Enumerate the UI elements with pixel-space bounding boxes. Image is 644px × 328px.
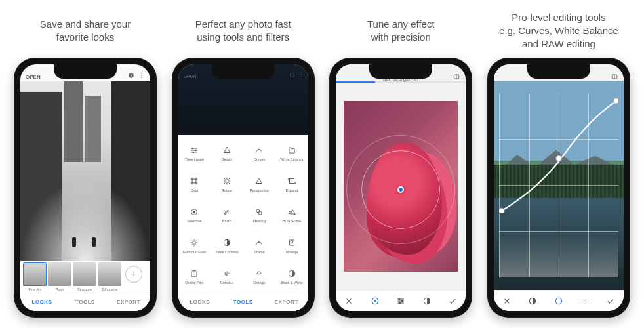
more-icon[interactable]: ⋮	[298, 72, 303, 79]
tool-rotate[interactable]: Rotate	[211, 169, 243, 199]
tab-export[interactable]: EXPORT	[265, 293, 308, 311]
open-button[interactable]: OPEN	[26, 74, 41, 80]
svg-rect-9	[289, 178, 294, 183]
svg-point-3	[141, 73, 142, 74]
tools-grid: Tune ImageDetailsCurvesWhite BalanceCrop…	[178, 138, 308, 293]
tool-retrolux[interactable]: Retrolux	[211, 262, 243, 293]
tab-tools[interactable]: TOOLS	[64, 293, 107, 311]
svg-point-26	[399, 298, 400, 300]
apply-button[interactable]	[597, 291, 624, 311]
phone-frame-3: Blur Strength +27	[329, 58, 472, 318]
tool-grainy-film[interactable]: Grainy Film	[178, 262, 211, 293]
tool-black-white[interactable]: Black & White	[275, 262, 308, 293]
look-labels: Fine Art Push Structure Silhouette	[20, 287, 150, 293]
tool-vintage[interactable]: Vintage	[275, 231, 308, 262]
screenshot-card-1: Save and share your favorite looks OPEN	[9, 10, 161, 318]
screenshot-card-3: Tune any effect with precision Blur Stre…	[325, 10, 477, 318]
look-thumb[interactable]	[98, 262, 121, 286]
channel-selector[interactable]	[546, 291, 572, 311]
tool-glamour-glow[interactable]: Glamour Glow	[178, 231, 211, 262]
tool-grunge[interactable]: Grunge	[243, 262, 276, 293]
preview-image	[20, 81, 150, 261]
tool-curves[interactable]: Curves	[243, 138, 276, 169]
edit-toolbar	[494, 290, 624, 311]
svg-rect-1	[131, 75, 132, 77]
compare-icon[interactable]	[611, 73, 618, 80]
tab-looks[interactable]: LOOKS	[178, 293, 222, 311]
svg-point-13	[259, 211, 262, 215]
edit-toolbar	[336, 290, 466, 311]
slider-readout: Blur Strength +27	[336, 64, 466, 81]
compare-icon[interactable]	[453, 73, 460, 80]
svg-point-28	[399, 302, 401, 304]
caption-3: Tune any effect with precision	[367, 10, 435, 51]
screen-looks: OPEN	[20, 64, 150, 311]
svg-point-25	[374, 300, 376, 301]
cancel-button[interactable]	[336, 291, 362, 311]
svg-point-6	[192, 148, 193, 149]
tool-white-balance[interactable]: White Balance	[275, 138, 308, 169]
svg-point-36	[555, 298, 561, 304]
tool-tonal-contrast[interactable]: Tonal Contrast	[211, 231, 243, 262]
tool-details[interactable]: Details	[211, 138, 243, 169]
screenshot-card-2: Perfect any photo fast using tools and f…	[167, 10, 319, 318]
more-icon[interactable]	[138, 72, 145, 80]
tab-looks[interactable]: LOOKS	[20, 293, 64, 311]
channel-options[interactable]	[572, 291, 598, 311]
preview-image[interactable]	[494, 81, 624, 290]
cancel-button[interactable]	[494, 291, 520, 311]
tool-drama[interactable]: Drama	[243, 231, 276, 262]
tool-healing[interactable]: Healing	[243, 199, 276, 230]
svg-point-4	[141, 75, 142, 76]
phone-frame-4	[487, 58, 630, 318]
screen-tools: OPEN ⓘ ⋮ Tune ImageDetailsCurvesWhite Ba…	[178, 64, 308, 311]
svg-point-5	[141, 77, 142, 78]
dimmed-preview: OPEN ⓘ ⋮	[178, 64, 308, 135]
preview-image[interactable]	[344, 101, 458, 271]
looks-thumbnails: +	[20, 261, 150, 287]
focus-point[interactable]	[397, 186, 404, 193]
tool-tune-image[interactable]: Tune Image	[178, 138, 211, 169]
tool-expand[interactable]: Expand	[275, 169, 308, 199]
bottom-tabs: LOOKS TOOLS EXPORT	[178, 293, 308, 311]
phone-frame-2: OPEN ⓘ ⋮ Tune ImageDetailsCurvesWhite Ba…	[172, 58, 315, 318]
screenshot-card-4: Pro-level editing tools e.g. Curves, Whi…	[483, 10, 635, 318]
svg-point-8	[193, 152, 194, 153]
svg-point-38	[586, 300, 588, 302]
svg-point-37	[582, 300, 584, 302]
caption-1: Save and share your favorite looks	[40, 10, 131, 51]
svg-point-34	[613, 98, 618, 104]
invert-button[interactable]	[414, 291, 440, 311]
info-icon[interactable]	[128, 72, 134, 80]
tab-export[interactable]: EXPORT	[107, 293, 150, 311]
svg-point-14	[193, 241, 196, 245]
caption-2: Perfect any photo fast using tools and f…	[195, 10, 291, 51]
screen-curves	[494, 64, 624, 311]
caption-4: Pro-level editing tools e.g. Curves, Whi…	[499, 10, 618, 51]
shape-button[interactable]	[362, 291, 388, 311]
tool-selective[interactable]: Selective	[178, 199, 211, 230]
svg-point-7	[195, 150, 197, 151]
bottom-tabs: LOOKS TOOLS EXPORT	[20, 293, 150, 311]
tool-hdr-scape[interactable]: HDR Scape	[275, 199, 308, 230]
phone-frame-1: OPEN	[14, 58, 157, 318]
screen-precision: Blur Strength +27	[336, 64, 466, 311]
tool-brush[interactable]: Brush	[211, 199, 243, 230]
svg-rect-20	[193, 271, 196, 272]
tool-perspective[interactable]: Perspective	[243, 169, 276, 199]
look-thumb[interactable]	[48, 262, 71, 286]
tool-crop[interactable]: Crop	[178, 169, 211, 199]
channel-luminance[interactable]	[520, 291, 546, 311]
look-thumb[interactable]	[73, 262, 96, 286]
svg-point-18	[291, 241, 293, 243]
add-look-button[interactable]: +	[125, 266, 142, 283]
adjust-button[interactable]	[388, 291, 414, 311]
apply-button[interactable]	[440, 291, 466, 311]
svg-point-27	[402, 300, 403, 302]
svg-point-10	[193, 211, 195, 213]
tab-tools[interactable]: TOOLS	[222, 293, 265, 311]
look-thumb[interactable]	[23, 262, 47, 286]
info-icon[interactable]: ⓘ	[290, 72, 294, 79]
svg-point-2	[131, 73, 132, 74]
